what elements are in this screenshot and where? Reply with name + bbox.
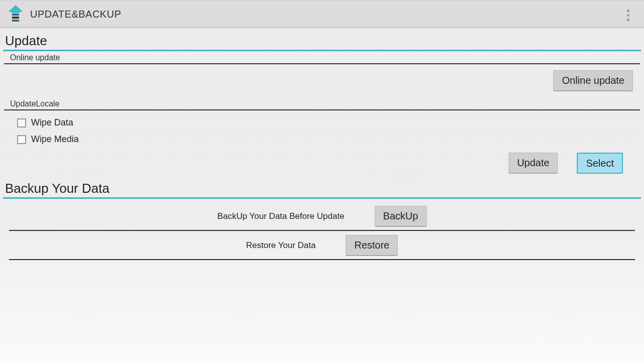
online-update-header: Online update [4, 51, 640, 64]
select-button[interactable]: Select [577, 153, 623, 174]
wipe-data-row: Wipe Data [3, 114, 641, 131]
update-locale-header: UpdateLocale [4, 97, 640, 110]
svg-rect-2 [12, 17, 19, 19]
backup-button[interactable]: BackUp [375, 206, 427, 227]
svg-marker-0 [9, 6, 22, 13]
svg-rect-1 [12, 14, 19, 16]
online-update-row: Online update [3, 64, 641, 97]
wipe-media-label: Wipe Media [31, 134, 79, 145]
wipe-data-label: Wipe Data [31, 117, 73, 128]
overflow-menu-button[interactable] [616, 1, 640, 29]
svg-rect-3 [12, 20, 19, 22]
restore-label: Restore Your Data [246, 240, 316, 251]
overflow-icon [627, 10, 629, 21]
app-title: UPDATE&BACKUP [30, 9, 121, 20]
wipe-media-row: Wipe Media [3, 131, 641, 148]
wipe-data-checkbox[interactable] [17, 118, 26, 128]
restore-row: Restore Your Data Restore [9, 231, 635, 260]
update-button[interactable]: Update [509, 153, 558, 174]
app-icon [6, 5, 25, 24]
content-area: Update Online update Online update Updat… [0, 28, 644, 260]
backup-label: BackUp Your Data Before Update [217, 211, 344, 221]
update-buttons-row: Update Select [3, 148, 641, 179]
backup-row: BackUp Your Data Before Update BackUp [9, 202, 635, 231]
backup-section-title: Backup Your Data [3, 179, 641, 199]
update-section-title: Update [3, 31, 641, 51]
online-update-button[interactable]: Online update [553, 70, 633, 91]
restore-button[interactable]: Restore [346, 235, 398, 256]
action-bar: UPDATE&BACKUP [0, 0, 644, 28]
wipe-media-checkbox[interactable] [17, 135, 26, 144]
